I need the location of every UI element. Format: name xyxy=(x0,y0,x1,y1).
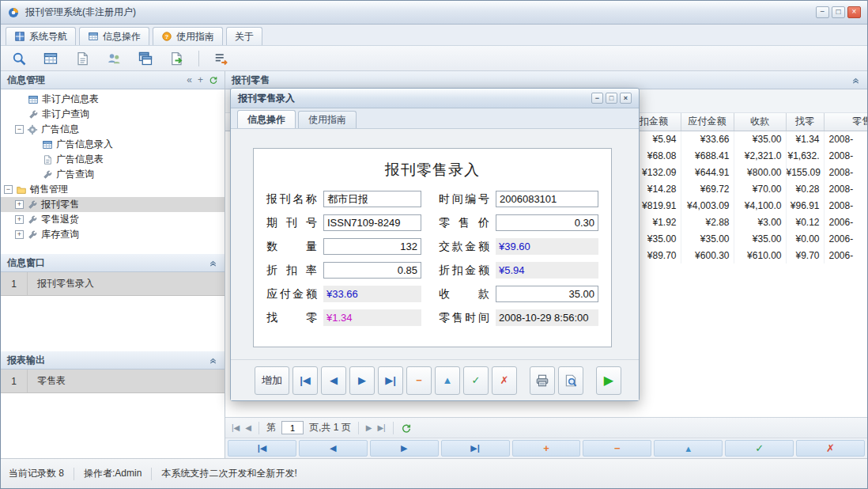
time-code-input[interactable] xyxy=(496,191,598,207)
pager-separator xyxy=(358,422,359,434)
print-preview-button[interactable] xyxy=(558,366,583,395)
table-button[interactable] xyxy=(40,48,61,69)
export-button[interactable] xyxy=(167,48,187,69)
tab-user-guide[interactable]: 使用指南 xyxy=(153,27,223,45)
last-record-button[interactable]: ▶| xyxy=(378,366,403,395)
tree-item-ad-entry[interactable]: 广告信息录入 xyxy=(1,137,225,152)
tree-item-ad-info[interactable]: − 广告信息 xyxy=(1,122,225,137)
delete-record-button[interactable]: − xyxy=(583,440,651,457)
panel-title: 信息窗口 xyxy=(7,256,45,270)
collapse-left-icon[interactable]: « xyxy=(187,74,192,85)
windows-button[interactable] xyxy=(135,48,156,69)
tree-item-ad-query[interactable]: 广告查询 xyxy=(1,167,225,182)
publication-name-input[interactable] xyxy=(323,191,421,207)
first-record-button[interactable]: |◀ xyxy=(292,366,318,395)
prev-record-button[interactable]: ◀ xyxy=(299,440,368,457)
next-page-icon[interactable]: ▶ xyxy=(366,423,372,432)
minus-icon: − xyxy=(614,442,621,454)
refresh-icon[interactable] xyxy=(209,75,218,85)
next-record-button[interactable]: ▶ xyxy=(370,440,439,457)
cell: 2008- xyxy=(824,197,867,214)
panel-title: 信息管理 xyxy=(7,74,45,87)
confirm-button[interactable]: ✓ xyxy=(725,440,794,457)
tab-info-operation[interactable]: 信息操作 xyxy=(79,27,149,45)
cancel-button[interactable]: ✗ xyxy=(796,440,865,457)
cell: 2008- xyxy=(824,164,867,180)
run-button[interactable]: ▶ xyxy=(596,366,621,395)
tree-collapse-icon[interactable]: − xyxy=(4,185,13,194)
report-output-list: 1 零售表 xyxy=(1,370,225,458)
last-page-icon[interactable]: ▶| xyxy=(377,423,385,432)
collapse-up-icon[interactable] xyxy=(208,258,218,268)
maximize-button[interactable]: □ xyxy=(832,6,845,18)
cell: 2006- xyxy=(824,230,867,247)
collapse-up-icon[interactable] xyxy=(208,355,218,366)
tab-system-navigation[interactable]: 系统导航 xyxy=(6,27,76,45)
grid-header-time[interactable]: 零售时间 xyxy=(824,113,867,131)
tree-item-sales-management[interactable]: − 销售管理 xyxy=(1,182,225,197)
document-button[interactable] xyxy=(72,48,92,69)
tree-expand-icon[interactable]: + xyxy=(15,230,24,239)
dialog-maximize-button[interactable]: □ xyxy=(606,93,617,104)
minimize-button[interactable]: − xyxy=(816,6,829,18)
issn-input[interactable] xyxy=(323,214,421,231)
tree-item-nonsubscriber-table[interactable]: 非订户信息表 xyxy=(1,92,225,107)
add-icon[interactable]: + xyxy=(198,74,203,85)
list-item-retail-report[interactable]: 1 零售表 xyxy=(1,370,225,393)
discount-rate-input[interactable] xyxy=(323,262,421,279)
tree-item-retail-sales[interactable]: + 报刊零售 xyxy=(1,197,225,212)
dialog-tab-user-guide[interactable]: 使用指南 xyxy=(298,111,357,128)
tree-item-retail-returns[interactable]: + 零售退货 xyxy=(1,212,225,227)
add-record-button[interactable]: + xyxy=(512,440,581,457)
confirm-button[interactable]: ✓ xyxy=(463,366,489,395)
close-button[interactable]: × xyxy=(847,6,861,18)
last-record-button[interactable]: ▶| xyxy=(441,440,510,457)
tree-item-ad-table[interactable]: 广告信息表 xyxy=(1,152,225,167)
list-button[interactable] xyxy=(210,48,231,69)
received-input[interactable] xyxy=(496,286,598,302)
list-item-retail-entry[interactable]: 1 报刊零售录入 xyxy=(1,272,225,296)
delete-record-button[interactable]: − xyxy=(406,366,432,395)
edit-record-button[interactable]: ▲ xyxy=(435,366,460,395)
grid-header-received[interactable]: 收款 xyxy=(734,113,786,131)
collapse-up-icon[interactable] xyxy=(851,75,861,85)
users-button[interactable] xyxy=(104,48,124,69)
panel-title: 报表输出 xyxy=(7,354,45,367)
tree-item-inventory-query[interactable]: + 库存查询 xyxy=(1,227,225,242)
tree-item-label: 非订户查询 xyxy=(42,108,89,121)
cell: ¥9.70 xyxy=(786,247,824,263)
app-icon xyxy=(7,6,20,19)
cell: 2006- xyxy=(824,247,867,263)
refresh-icon[interactable] xyxy=(401,423,412,434)
dialog-close-button[interactable]: × xyxy=(620,93,632,104)
next-record-button[interactable]: ▶ xyxy=(349,366,375,395)
tree-item-nonsubscriber-query[interactable]: 非订户查询 xyxy=(1,107,225,122)
search-button[interactable] xyxy=(9,48,29,69)
retail-time-label: 零售时间 xyxy=(439,311,489,325)
dialog-tab-info-operation[interactable]: 信息操作 xyxy=(237,110,296,128)
first-record-button[interactable]: |◀ xyxy=(228,440,296,457)
retail-panel-header: 报刊零售 xyxy=(225,71,867,89)
cancel-button[interactable]: ✗ xyxy=(492,366,517,395)
first-page-icon[interactable]: |◀ xyxy=(232,423,240,432)
preview-icon xyxy=(564,373,578,388)
retail-price-input[interactable] xyxy=(496,214,598,231)
tree-collapse-icon[interactable]: − xyxy=(15,125,24,134)
page-number-input[interactable] xyxy=(281,421,304,434)
next-icon: ▶ xyxy=(401,443,407,453)
grid-header-payable[interactable]: 应付金额 xyxy=(681,113,734,131)
document-icon xyxy=(74,51,90,66)
add-button[interactable]: 增加 xyxy=(255,366,289,395)
dialog-minimize-button[interactable]: − xyxy=(591,93,603,104)
tree-item-label: 广告信息录入 xyxy=(56,138,113,151)
quantity-input[interactable] xyxy=(323,238,421,255)
print-button[interactable] xyxy=(530,366,555,395)
list-icon xyxy=(213,51,228,66)
tree-expand-icon[interactable]: + xyxy=(15,215,24,224)
edit-record-button[interactable]: ▲ xyxy=(654,440,723,457)
grid-header-change[interactable]: 找零 xyxy=(786,113,824,131)
tab-about[interactable]: 关于 xyxy=(226,27,262,45)
prev-page-icon[interactable]: ◀ xyxy=(245,423,251,432)
prev-record-button[interactable]: ◀ xyxy=(321,366,346,395)
tree-expand-icon[interactable]: + xyxy=(15,200,24,209)
